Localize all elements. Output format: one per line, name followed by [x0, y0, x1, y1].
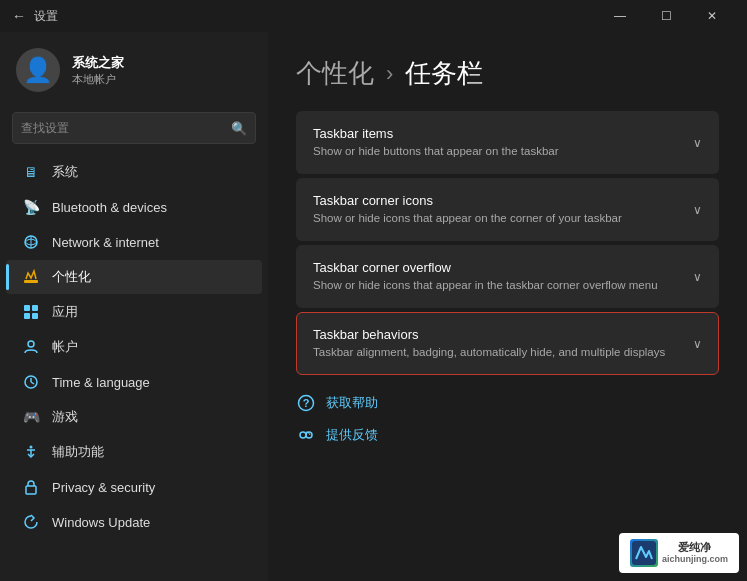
sidebar-item-personalization[interactable]: 个性化: [6, 260, 262, 294]
titlebar: ← 设置 — ☐ ✕: [0, 0, 747, 32]
sidebar-item-label: Network & internet: [52, 235, 159, 250]
sidebar-item-label: 系统: [52, 163, 78, 181]
svg-point-11: [30, 446, 33, 449]
taskbar-corner-icons-card[interactable]: Taskbar corner icons Show or hide icons …: [296, 178, 719, 241]
taskbar-behaviors-card[interactable]: Taskbar behaviors Taskbar alignment, bad…: [296, 312, 719, 375]
minimize-button[interactable]: —: [597, 0, 643, 32]
chevron-down-icon: ∨: [693, 136, 702, 150]
time-icon: [22, 373, 40, 391]
chevron-down-icon: ∨: [693, 270, 702, 284]
sidebar-item-bluetooth[interactable]: 📡 Bluetooth & devices: [6, 190, 262, 224]
maximize-button[interactable]: ☐: [643, 0, 689, 32]
back-arrow-icon[interactable]: ←: [12, 8, 26, 24]
watermark: 爱纯净 aichunjing.com: [619, 533, 739, 573]
card-desc: Show or hide buttons that appear on the …: [313, 143, 681, 159]
sidebar-item-label: Bluetooth & devices: [52, 200, 167, 215]
accessibility-icon: [22, 443, 40, 461]
card-desc: Show or hide icons that appear on the co…: [313, 210, 681, 226]
sidebar-item-network[interactable]: Network & internet: [6, 225, 262, 259]
gaming-icon: 🎮: [22, 408, 40, 426]
apps-icon: [22, 303, 40, 321]
sidebar-item-update[interactable]: Windows Update: [6, 505, 262, 539]
feedback-text: 提供反馈: [326, 426, 378, 444]
help-icon: ?: [296, 393, 316, 413]
svg-point-15: [300, 432, 306, 438]
feedback-link[interactable]: 提供反馈: [296, 423, 719, 447]
card-title: Taskbar items: [313, 126, 681, 141]
taskbar-items-card[interactable]: Taskbar items Show or hide buttons that …: [296, 111, 719, 174]
breadcrumb-parent[interactable]: 个性化: [296, 56, 374, 91]
sidebar-item-label: 帐户: [52, 338, 78, 356]
search-icon: 🔍: [231, 121, 247, 136]
sidebar-item-label: 辅助功能: [52, 443, 104, 461]
card-title: Taskbar corner overflow: [313, 260, 681, 275]
breadcrumb-separator: ›: [386, 61, 393, 87]
avatar: 👤: [16, 48, 60, 92]
svg-point-7: [28, 341, 34, 347]
content-area: 个性化 › 任务栏 Taskbar items Show or hide but…: [268, 32, 747, 581]
svg-line-10: [31, 382, 34, 384]
get-help-link[interactable]: ? 获取帮助: [296, 391, 719, 415]
svg-text:?: ?: [303, 397, 310, 409]
watermark-inner: 爱纯净 aichunjing.com: [630, 539, 728, 567]
sidebar-item-accessibility[interactable]: 辅助功能: [6, 435, 262, 469]
watermark-text-line1: 爱纯净: [662, 540, 728, 554]
search-bar[interactable]: 🔍: [12, 112, 256, 144]
search-input[interactable]: [21, 121, 231, 135]
chevron-down-icon: ∨: [693, 203, 702, 217]
card-text: Taskbar behaviors Taskbar alignment, bad…: [313, 327, 681, 360]
titlebar-left: ← 设置: [12, 8, 58, 25]
user-profile[interactable]: 👤 系统之家 本地帐户: [0, 36, 268, 108]
card-title: Taskbar behaviors: [313, 327, 681, 342]
svg-rect-2: [24, 280, 38, 283]
watermark-text-line2: aichunjing.com: [662, 554, 728, 566]
svg-rect-12: [26, 486, 36, 494]
svg-rect-5: [24, 313, 30, 319]
update-icon: [22, 513, 40, 531]
page-title: 个性化 › 任务栏: [296, 56, 719, 91]
close-button[interactable]: ✕: [689, 0, 735, 32]
settings-list: Taskbar items Show or hide buttons that …: [296, 111, 719, 375]
privacy-icon: [22, 478, 40, 496]
feedback-icon: [296, 425, 316, 445]
titlebar-title: 设置: [34, 8, 58, 25]
system-icon: 🖥: [22, 163, 40, 181]
user-info: 系统之家 本地帐户: [72, 54, 124, 87]
taskbar-corner-overflow-card[interactable]: Taskbar corner overflow Show or hide ico…: [296, 245, 719, 308]
watermark-logo: [630, 539, 658, 567]
sidebar-item-time[interactable]: Time & language: [6, 365, 262, 399]
card-text: Taskbar corner icons Show or hide icons …: [313, 193, 681, 226]
sidebar-item-accounts[interactable]: 帐户: [6, 330, 262, 364]
breadcrumb-current: 任务栏: [405, 56, 483, 91]
sidebar-item-label: Privacy & security: [52, 480, 155, 495]
sidebar-item-privacy[interactable]: Privacy & security: [6, 470, 262, 504]
accounts-icon: [22, 338, 40, 356]
sidebar-item-system[interactable]: 🖥 系统: [6, 155, 262, 189]
sidebar-item-label: 应用: [52, 303, 78, 321]
sidebar-item-apps[interactable]: 应用: [6, 295, 262, 329]
titlebar-controls: — ☐ ✕: [597, 0, 735, 32]
svg-rect-3: [24, 305, 30, 311]
sidebar-item-label: 游戏: [52, 408, 78, 426]
sidebar-item-label: Windows Update: [52, 515, 150, 530]
app-container: 👤 系统之家 本地帐户 🔍 🖥 系统 📡 Bluetooth & devices: [0, 32, 747, 581]
sidebar-item-label: 个性化: [52, 268, 91, 286]
avatar-icon: 👤: [23, 56, 53, 84]
card-desc: Show or hide icons that appear in the ta…: [313, 277, 681, 293]
svg-rect-6: [32, 313, 38, 319]
network-icon: [22, 233, 40, 251]
card-text: Taskbar corner overflow Show or hide ico…: [313, 260, 681, 293]
chevron-down-icon: ∨: [693, 337, 702, 351]
bluetooth-icon: 📡: [22, 198, 40, 216]
card-title: Taskbar corner icons: [313, 193, 681, 208]
get-help-text: 获取帮助: [326, 394, 378, 412]
sidebar: 👤 系统之家 本地帐户 🔍 🖥 系统 📡 Bluetooth & devices: [0, 32, 268, 581]
page-header: 个性化 › 任务栏: [296, 56, 719, 91]
sidebar-item-gaming[interactable]: 🎮 游戏: [6, 400, 262, 434]
help-links: ? 获取帮助 提供反馈: [296, 391, 719, 447]
user-type: 本地帐户: [72, 72, 124, 87]
user-name: 系统之家: [72, 54, 124, 72]
nav-list: 🖥 系统 📡 Bluetooth & devices Network & int…: [0, 152, 268, 581]
card-desc: Taskbar alignment, badging, automaticall…: [313, 344, 681, 360]
svg-rect-4: [32, 305, 38, 311]
